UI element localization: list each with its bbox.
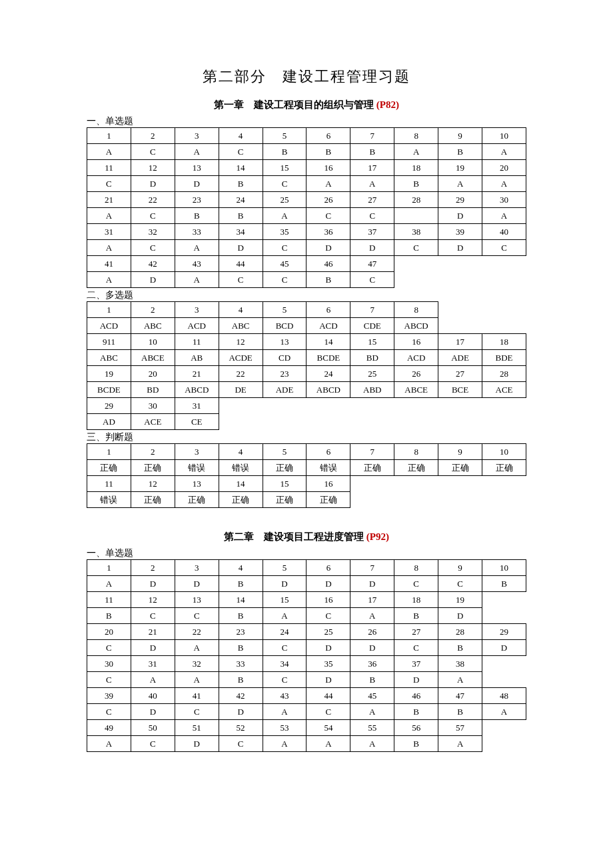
table-cell: 55: [350, 720, 394, 736]
table-row: 41424344454647: [87, 256, 526, 272]
table-cell: BCD: [263, 318, 306, 334]
table-cell: 错误: [175, 460, 219, 476]
table-cell: 2: [131, 444, 175, 460]
answer-table: 12345678910正确正确错误错误正确错误正确正确正确正确111213141…: [87, 443, 526, 508]
table-row: ACADCDDCDC: [87, 240, 526, 256]
chapter-heading-ref: (P92): [366, 531, 389, 542]
table-cell: 26: [394, 366, 438, 382]
table-cell-empty: [438, 318, 482, 334]
table-cell: 13: [175, 476, 219, 492]
answer-table: 12345678910ADDBDDDCCB111213141516171819B…: [87, 559, 526, 752]
table-cell: 13: [175, 592, 219, 608]
table-cell-empty: [438, 272, 482, 288]
table-cell-empty: [482, 318, 526, 334]
table-cell: 28: [394, 192, 438, 208]
table-cell-empty: [482, 476, 526, 492]
table-cell: D: [131, 272, 175, 288]
table-cell-empty: [482, 414, 526, 430]
table-cell: A: [263, 704, 306, 720]
table-row: CDABCDDCBD: [87, 640, 526, 656]
section-label: 一、单选题: [87, 547, 526, 559]
table-cell: 16: [394, 334, 438, 350]
table-cell: C: [306, 704, 350, 720]
table-cell: 17: [350, 160, 394, 176]
table-cell: 正确: [482, 460, 526, 476]
table-cell: 28: [482, 366, 526, 382]
table-cell: 9: [438, 128, 482, 144]
answer-table: 12345678910ACACBBBABA1112131415161718192…: [87, 127, 526, 288]
table-cell: 12: [219, 334, 263, 350]
table-cell: BD: [350, 350, 394, 366]
table-cell: ACD: [394, 350, 438, 366]
table-cell: [394, 208, 438, 224]
table-cell: 21: [175, 366, 219, 382]
table-cell: 25: [263, 192, 306, 208]
table-cell: B: [219, 640, 263, 656]
table-cell: D: [350, 576, 394, 592]
table-row: ACDCAAABA: [87, 736, 526, 752]
table-row: 21222324252627282930: [87, 192, 526, 208]
table-cell: D: [219, 704, 263, 720]
table-cell: B: [350, 672, 394, 688]
table-cell: A: [87, 272, 131, 288]
table-cell: A: [175, 272, 219, 288]
table-cell: B: [219, 672, 263, 688]
table-cell: DE: [219, 382, 263, 398]
table-cell: C: [87, 640, 131, 656]
table-cell: 31: [131, 656, 175, 672]
table-cell: 54: [306, 720, 350, 736]
table-cell: 14: [219, 160, 263, 176]
table-cell: 23: [175, 192, 219, 208]
table-cell: ACE: [482, 382, 526, 398]
table-cell: 19: [438, 592, 482, 608]
table-cell: 8: [394, 444, 438, 460]
table-cell: 22: [131, 192, 175, 208]
table-cell: A: [438, 176, 482, 192]
table-cell: A: [263, 208, 306, 224]
table-cell: 26: [306, 192, 350, 208]
spacer: [87, 508, 526, 523]
table-cell: A: [438, 736, 482, 752]
table-cell: 3: [175, 560, 219, 576]
table-cell: 31: [87, 224, 131, 240]
table-cell: 20: [482, 160, 526, 176]
document-title: 第二部分 建设工程管理习题: [87, 67, 526, 87]
table-cell: 4: [219, 128, 263, 144]
table-cell: ABCD: [306, 382, 350, 398]
table-cell: C: [350, 272, 394, 288]
table-cell-empty: [438, 476, 482, 492]
table-cell: A: [87, 736, 131, 752]
table-cell: C: [350, 208, 394, 224]
table-cell: ACD: [175, 318, 219, 334]
table-cell: A: [482, 704, 526, 720]
table-cell: C: [263, 272, 306, 288]
table-cell-empty: [350, 414, 394, 430]
table-cell-empty: [482, 398, 526, 414]
table-cell-empty: [394, 414, 438, 430]
table-cell: 错误: [219, 460, 263, 476]
table-cell: AB: [175, 350, 219, 366]
table-cell: 39: [87, 688, 131, 704]
table-cell: 1: [87, 444, 131, 460]
table-cell: 16: [306, 476, 350, 492]
table-cell: 10: [482, 128, 526, 144]
table-cell: B: [175, 208, 219, 224]
table-cell: 45: [263, 256, 306, 272]
table-cell: A: [175, 240, 219, 256]
table-cell: 36: [306, 224, 350, 240]
table-row: ACBBACCDA: [87, 208, 526, 224]
table-cell: B: [350, 144, 394, 160]
table-cell: ADE: [438, 350, 482, 366]
chapter-heading-text: 第二章 建设项目工程进度管理: [224, 531, 366, 542]
table-cell-empty: [350, 492, 394, 508]
table-cell: D: [306, 576, 350, 592]
table-cell: 36: [350, 656, 394, 672]
table-cell: 9: [438, 560, 482, 576]
table-cell: 29: [482, 624, 526, 640]
table-cell: 正确: [263, 460, 306, 476]
table-cell: A: [263, 736, 306, 752]
table-cell: BCE: [438, 382, 482, 398]
table-cell-empty: [350, 476, 394, 492]
table-cell: ABC: [219, 318, 263, 334]
table-cell: 24: [219, 192, 263, 208]
